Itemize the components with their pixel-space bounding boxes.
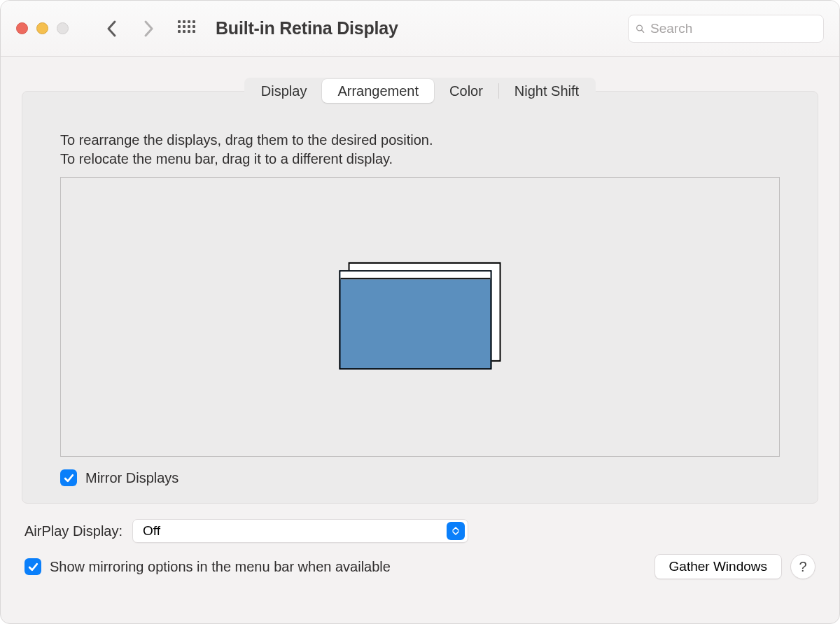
tab-night-shift[interactable]: Night Shift xyxy=(499,79,594,103)
airplay-row: AirPlay Display: Off xyxy=(24,519,816,543)
menu-bar-indicator[interactable] xyxy=(340,271,490,279)
primary-display-icon[interactable] xyxy=(339,270,491,369)
minimize-window-button[interactable] xyxy=(36,22,48,34)
arrangement-panel: To rearrange the displays, drag them to … xyxy=(22,91,818,504)
close-window-button[interactable] xyxy=(16,22,28,34)
mirror-displays-checkbox[interactable] xyxy=(60,469,77,486)
airplay-value: Off xyxy=(143,523,447,539)
search-field[interactable] xyxy=(628,15,824,43)
show-all-prefs-button[interactable] xyxy=(178,20,195,37)
tab-color[interactable]: Color xyxy=(434,79,498,103)
bottom-row: Show mirroring options in the menu bar w… xyxy=(24,554,816,579)
zoom-window-button xyxy=(57,22,69,34)
window-controls xyxy=(16,22,69,34)
content-area: Display Arrangement Color Night Shift To… xyxy=(1,57,839,623)
footer: AirPlay Display: Off Show mirroring opti… xyxy=(22,519,818,579)
airplay-select[interactable]: Off xyxy=(132,519,468,543)
back-button[interactable] xyxy=(98,15,126,43)
show-mirroring-checkbox[interactable] xyxy=(24,558,41,575)
svg-line-1 xyxy=(641,29,643,31)
instructions-line2: To relocate the menu bar, drag it to a d… xyxy=(60,150,780,169)
select-stepper-icon xyxy=(447,522,465,540)
search-icon xyxy=(636,22,645,36)
mirror-displays-row: Mirror Displays xyxy=(60,469,780,486)
toolbar: Built-in Retina Display xyxy=(1,1,839,57)
airplay-label: AirPlay Display: xyxy=(24,523,122,539)
mirror-displays-label: Mirror Displays xyxy=(85,470,178,486)
tab-display[interactable]: Display xyxy=(246,79,323,103)
forward-button xyxy=(134,15,162,43)
tab-bar: Display Arrangement Color Night Shift xyxy=(244,78,596,104)
tab-arrangement[interactable]: Arrangement xyxy=(322,79,434,103)
preferences-window: Built-in Retina Display Display Arrangem… xyxy=(0,0,840,624)
gather-windows-button[interactable]: Gather Windows xyxy=(654,554,782,579)
show-mirroring-label: Show mirroring options in the menu bar w… xyxy=(50,559,391,575)
help-button[interactable]: ? xyxy=(790,554,816,579)
window-title: Built-in Retina Display xyxy=(216,18,398,38)
instructions: To rearrange the displays, drag them to … xyxy=(60,131,780,169)
display-arrangement-area[interactable] xyxy=(60,177,780,457)
instructions-line1: To rearrange the displays, drag them to … xyxy=(60,131,780,150)
search-input[interactable] xyxy=(650,21,816,36)
